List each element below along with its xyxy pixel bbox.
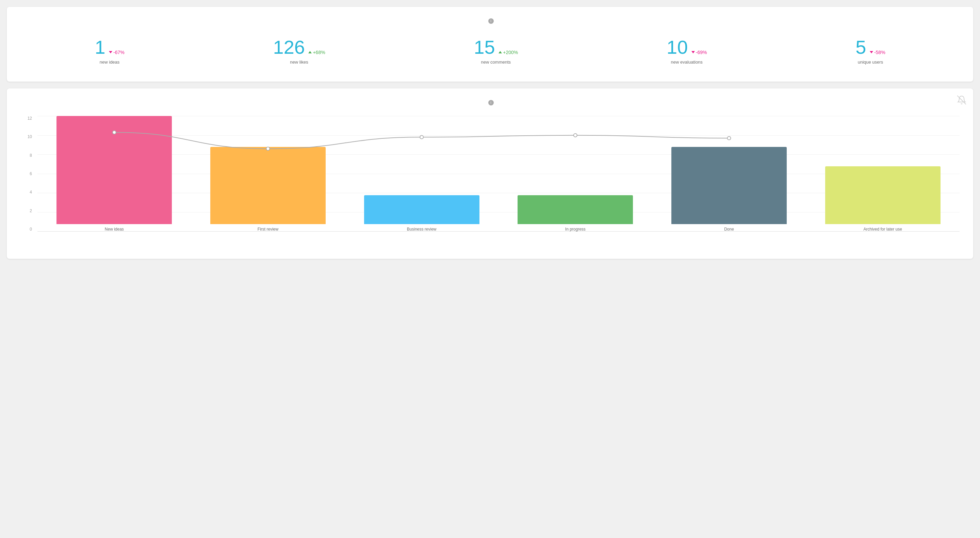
stat-change: +68% — [308, 50, 325, 55]
bar-label-business-review: Business review — [407, 227, 437, 232]
bar-archived[interactable] — [825, 166, 940, 224]
arrow-down-icon — [109, 51, 112, 53]
stat-change: -69% — [692, 50, 707, 55]
bar-group-new-ideas: New ideas — [37, 116, 191, 232]
arrow-down-icon — [692, 51, 695, 53]
bar-group-first-review: First review — [191, 116, 345, 232]
arrow-up-icon — [308, 51, 312, 53]
bar-business-review[interactable] — [364, 195, 479, 224]
bar-done[interactable] — [671, 147, 787, 224]
notification-icon[interactable] — [957, 95, 966, 105]
ideation-info-icon[interactable]: i — [488, 100, 494, 105]
stats-row: 1 -67% new ideas 126 +68% new likes 15 +… — [21, 38, 959, 71]
stat-change: +200% — [498, 50, 518, 55]
y-axis: 024681012 — [21, 116, 34, 232]
bar-in-progress[interactable] — [517, 195, 633, 224]
bar-group-in-progress: In progress — [498, 116, 652, 232]
y-axis-label: 10 — [21, 134, 34, 139]
stat-change: -67% — [109, 50, 124, 55]
stat-label: new evaluations — [667, 60, 707, 65]
bar-label-first-review: First review — [258, 227, 278, 232]
y-axis-label: 4 — [21, 190, 34, 195]
stat-label: unique users — [856, 60, 885, 65]
y-axis-label: 8 — [21, 153, 34, 158]
bar-first-review[interactable] — [210, 147, 326, 224]
overview-info-icon[interactable]: i — [488, 18, 494, 24]
stat-label: new likes — [273, 60, 325, 65]
y-axis-label: 2 — [21, 208, 34, 213]
stat-new-evaluations: 10 -69% new evaluations — [667, 38, 707, 65]
stat-new-comments: 15 +200% new comments — [474, 38, 518, 65]
stat-change: -58% — [870, 50, 885, 55]
bar-new-ideas[interactable] — [56, 116, 172, 224]
svg-line-0 — [957, 95, 966, 105]
bar-label-in-progress: In progress — [565, 227, 585, 232]
y-axis-label: 6 — [21, 171, 34, 176]
chart-area: New ideas First review Business review I… — [37, 116, 959, 245]
stat-number: 126 — [273, 37, 305, 58]
bar-group-done: Done — [652, 116, 806, 232]
arrow-down-icon — [870, 51, 873, 53]
ideation-card: i 024681012 New ideas First review Busin… — [7, 89, 973, 259]
stat-new-ideas: 1 -67% new ideas — [95, 38, 124, 65]
stat-number: 15 — [474, 37, 495, 58]
stat-number: 5 — [856, 37, 866, 58]
y-axis-label: 0 — [21, 227, 34, 232]
bar-group-archived: Archived for later use — [806, 116, 959, 232]
stat-unique-users: 5 -58% unique users — [856, 38, 885, 65]
stat-label: new comments — [474, 60, 518, 65]
stat-number: 10 — [667, 37, 688, 58]
stat-new-likes: 126 +68% new likes — [273, 38, 325, 65]
bar-label-archived: Archived for later use — [864, 227, 902, 232]
stat-label: new ideas — [95, 60, 124, 65]
bar-group-business-review: Business review — [345, 116, 498, 232]
chart-container: 024681012 New ideas First review Busines… — [21, 116, 959, 245]
bar-label-done: Done — [724, 227, 734, 232]
bars-row: New ideas First review Business review I… — [37, 116, 959, 232]
stat-number: 1 — [95, 37, 105, 58]
y-axis-label: 12 — [21, 116, 34, 121]
arrow-up-icon — [498, 51, 502, 53]
board-overview-card: i 1 -67% new ideas 126 +68% new likes 15… — [7, 7, 973, 82]
bar-label-new-ideas: New ideas — [105, 227, 124, 232]
